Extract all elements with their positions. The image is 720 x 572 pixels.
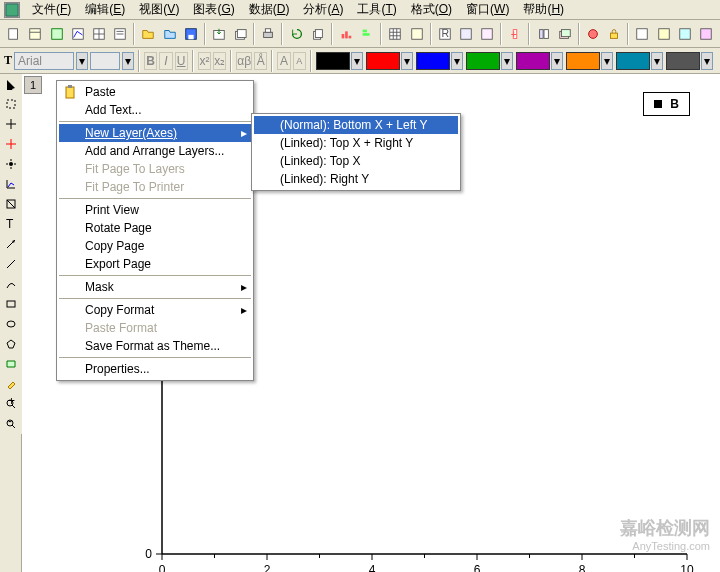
sub-linked-topx-righty[interactable]: (Linked): Top X + Right Y xyxy=(254,134,458,152)
tool-pointer[interactable] xyxy=(0,74,22,94)
sub-linked-topx[interactable]: (Linked): Top X xyxy=(254,152,458,170)
tool-read-data-2[interactable] xyxy=(0,134,22,154)
tool-line[interactable] xyxy=(0,254,22,274)
tool-zoom-out[interactable]: - xyxy=(0,414,22,434)
color-swatch-5[interactable] xyxy=(566,52,600,70)
tool-paint[interactable] xyxy=(0,374,22,394)
refresh-button[interactable] xyxy=(286,23,306,45)
menu-edit[interactable]: 编辑(E) xyxy=(79,0,131,20)
menu-help[interactable]: 帮助(H) xyxy=(517,0,570,20)
print-button[interactable] xyxy=(258,23,278,45)
results-log-button[interactable]: R xyxy=(435,23,455,45)
color-dropdown-0[interactable]: ▾ xyxy=(351,52,363,70)
grid2-button[interactable] xyxy=(406,23,426,45)
italic-button[interactable]: I xyxy=(159,52,172,70)
tool-rect[interactable] xyxy=(0,294,22,314)
save-button[interactable] xyxy=(181,23,201,45)
lock-button[interactable] xyxy=(604,23,624,45)
color-dropdown-3[interactable]: ▾ xyxy=(501,52,513,70)
tools3-button[interactable] xyxy=(675,23,695,45)
font-size-select[interactable] xyxy=(90,52,120,70)
copy-page-button[interactable] xyxy=(308,23,328,45)
new-notes-button[interactable] xyxy=(110,23,130,45)
ctx-copy-format[interactable]: Copy Format▸ xyxy=(59,301,251,319)
explorer-button[interactable] xyxy=(533,23,553,45)
special-char-button[interactable]: Å xyxy=(254,52,267,70)
increase-font-button[interactable]: A xyxy=(277,52,290,70)
color-swatch-6[interactable] xyxy=(616,52,650,70)
new-excel-button[interactable] xyxy=(46,23,66,45)
tool-rescale[interactable] xyxy=(0,174,22,194)
tool-polygon[interactable] xyxy=(0,334,22,354)
new-matrix-button[interactable] xyxy=(89,23,109,45)
import-multi-button[interactable] xyxy=(230,23,250,45)
new-project-button[interactable] xyxy=(4,23,24,45)
tool-zoom-region[interactable] xyxy=(0,94,22,114)
layer-button[interactable] xyxy=(555,23,575,45)
tool-text[interactable]: T xyxy=(0,214,22,234)
menu-data[interactable]: 数据(D) xyxy=(243,0,296,20)
code-builder-button[interactable] xyxy=(477,23,497,45)
color-dropdown-6[interactable]: ▾ xyxy=(651,52,663,70)
tool-zoom-in[interactable]: + xyxy=(0,394,22,414)
ctx-mask[interactable]: Mask▸ xyxy=(59,278,251,296)
font-name-dropdown[interactable]: ▾ xyxy=(76,52,88,70)
tool-arrow[interactable] xyxy=(0,234,22,254)
bold-button[interactable]: B xyxy=(144,52,157,70)
color-dropdown-1[interactable]: ▾ xyxy=(401,52,413,70)
menu-tools[interactable]: 工具(T) xyxy=(351,0,402,20)
menu-view[interactable]: 视图(V) xyxy=(133,0,185,20)
new-graph-button[interactable] xyxy=(68,23,88,45)
ctx-add-arrange[interactable]: Add and Arrange Layers... xyxy=(59,142,251,160)
color-dropdown-2[interactable]: ▾ xyxy=(451,52,463,70)
color-swatch-4[interactable] xyxy=(516,52,550,70)
open-button[interactable] xyxy=(138,23,158,45)
superscript-button[interactable]: x² xyxy=(198,52,211,70)
color-dropdown-5[interactable]: ▾ xyxy=(601,52,613,70)
ctx-new-layer[interactable]: New Layer(Axes)▸ xyxy=(59,124,251,142)
tool-circle[interactable] xyxy=(0,314,22,334)
tool-pan[interactable] xyxy=(0,154,22,174)
color-swatch-0[interactable] xyxy=(316,52,350,70)
color-dropdown-7[interactable]: ▾ xyxy=(701,52,713,70)
tools2-button[interactable] xyxy=(653,23,673,45)
tool-curve[interactable] xyxy=(0,274,22,294)
color-swatch-7[interactable] xyxy=(666,52,700,70)
graph-canvas[interactable]: 1 B 0246810 02 X Axis Title Paste Add Te… xyxy=(22,74,720,572)
grid-button[interactable] xyxy=(385,23,405,45)
open-template-button[interactable] xyxy=(159,23,179,45)
sub-linked-righty[interactable]: (Linked): Right Y xyxy=(254,170,458,188)
add-column-button[interactable]: + xyxy=(505,23,525,45)
column-stat-button[interactable] xyxy=(336,23,356,45)
tools1-button[interactable] xyxy=(632,23,652,45)
menu-analysis[interactable]: 分析(A) xyxy=(297,0,349,20)
tools4-button[interactable] xyxy=(696,23,716,45)
menu-window[interactable]: 窗口(W) xyxy=(460,0,515,20)
underline-button[interactable]: U xyxy=(175,52,188,70)
color-swatch-2[interactable] xyxy=(416,52,450,70)
color-swatch-1[interactable] xyxy=(366,52,400,70)
script-button[interactable] xyxy=(456,23,476,45)
ctx-export[interactable]: Export Page xyxy=(59,255,251,273)
decrease-font-button[interactable]: A xyxy=(293,52,306,70)
tool-pan-scale[interactable] xyxy=(0,194,22,214)
font-name-select[interactable]: Arial xyxy=(14,52,74,70)
ctx-save-theme[interactable]: Save Format as Theme... xyxy=(59,337,251,355)
ctx-print-view[interactable]: Print View xyxy=(59,201,251,219)
import-button[interactable] xyxy=(209,23,229,45)
tool-region[interactable] xyxy=(0,354,22,374)
new-workbook-button[interactable] xyxy=(25,23,45,45)
mask-button[interactable] xyxy=(583,23,603,45)
row-stat-button[interactable] xyxy=(357,23,377,45)
ctx-rotate[interactable]: Rotate Page xyxy=(59,219,251,237)
font-size-dropdown[interactable]: ▾ xyxy=(122,52,134,70)
ctx-paste[interactable]: Paste xyxy=(59,83,251,101)
menu-graph[interactable]: 图表(G) xyxy=(187,0,240,20)
subscript-button[interactable]: x₂ xyxy=(213,52,226,70)
color-dropdown-4[interactable]: ▾ xyxy=(551,52,563,70)
menu-file[interactable]: 文件(F) xyxy=(26,0,77,20)
ctx-copy-page[interactable]: Copy Page xyxy=(59,237,251,255)
tool-read-data[interactable] xyxy=(0,114,22,134)
greek-button[interactable]: αβ xyxy=(236,52,252,70)
ctx-properties[interactable]: Properties... xyxy=(59,360,251,378)
